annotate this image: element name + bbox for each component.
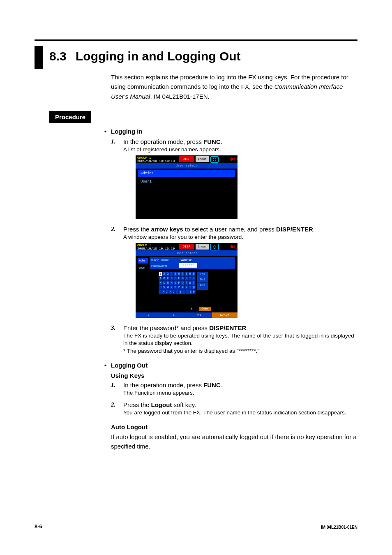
kbd-row: KLMNOPQRST [159, 281, 196, 285]
kbd-key: E [173, 276, 177, 281]
ins-button: Ins [197, 272, 208, 277]
kbd-key: B [162, 276, 166, 281]
kbd-key: S [188, 281, 192, 285]
logging-in-heading: Logging In [111, 127, 357, 136]
shot-datetime: 2005/10/10 10:10:10 [137, 159, 175, 163]
logging-out-section: Logging Out Using Keys 1. In the operati… [111, 361, 357, 451]
kbd-key: P [192, 290, 196, 294]
step-text: In the operation mode, press [123, 382, 203, 388]
step-key: FUNC [203, 138, 221, 145]
kbd-key: Q [181, 281, 184, 285]
step-text-end: soft key. [172, 401, 196, 408]
kbd-key: U [159, 285, 162, 290]
side-selected: Adm [138, 258, 148, 264]
kbd-key: P [177, 281, 181, 285]
kbd-key: T [192, 281, 196, 285]
intro-paragraph: This section explains the procedure to l… [111, 72, 357, 101]
kbd-key: 0 [192, 272, 196, 276]
logout-step-1: 1. In the operation mode, press FUNC. Th… [123, 381, 357, 397]
kbd-key: O [173, 281, 177, 285]
kbd-bottom-buttons: A Over [185, 307, 211, 312]
login-step-3: 3. Enter the password* and press DISP/EN… [123, 324, 357, 356]
kbd-key: R [184, 281, 188, 285]
kbd-key: - [159, 290, 162, 294]
procedure-label: Procedure [49, 111, 91, 123]
right-arrow-icon: ► [173, 313, 175, 317]
login-step-2: 2. Press the arrow keys to select a user… [123, 225, 357, 318]
step-text: In the operation mode, press [123, 138, 203, 145]
speaker-icon: ●)) [230, 156, 236, 162]
step-number: 1. [111, 381, 115, 389]
kbd-key: ) [179, 290, 182, 294]
kbd-key: S [189, 290, 192, 294]
kbd-key: J [192, 276, 196, 281]
tick-label: 1hour [196, 156, 209, 162]
chapter-bar [35, 46, 43, 69]
step-text: to select a user name, and press [183, 226, 276, 233]
step-key: Logout [151, 401, 172, 408]
document-code: IM 04L21B01-01EN [321, 525, 357, 530]
camera-icon [210, 156, 219, 163]
kbd-key: + [162, 290, 165, 294]
step-subtext: A list of registered user names appears. [123, 146, 357, 154]
shot-datetime: 2005/10/10 10:10:10 [137, 247, 175, 250]
kbd-key [186, 290, 189, 294]
left-arrow-icon: ◄ [148, 313, 150, 317]
side-row: Use [138, 265, 148, 271]
kbd-key: M [166, 281, 170, 285]
step-text: Press the [123, 401, 151, 408]
kbd-key: D [170, 276, 173, 281]
camera-icon [210, 244, 219, 250]
kbd-key: L [162, 281, 166, 285]
step-key: DISP/ENTER [209, 324, 246, 331]
logging-out-heading: Logging Out [111, 361, 357, 370]
step-number: 2. [111, 225, 115, 234]
step-text-end: . [246, 324, 248, 331]
kbd-key: Y [173, 285, 177, 290]
step-key: arrow keys [151, 226, 183, 233]
step-text: Enter the password* and press [123, 324, 209, 331]
logging-in-section: Logging In 1. In the operation mode, pre… [111, 127, 357, 355]
shot-status-bar: GROUP 1 2005/10/10 10:10:10 DISP 1hour ●… [136, 243, 238, 250]
speaker-icon: ●)) [230, 244, 236, 250]
kbd-key: . [172, 290, 175, 294]
shot-titlebar: User select [136, 163, 238, 169]
kbd-side-buttons: Ins Del ENT [197, 272, 208, 290]
kbd-key: @ [192, 285, 196, 290]
kbd-key: Z [177, 285, 181, 290]
chapter-title: Logging in and Logging Out [76, 48, 241, 65]
kbd-key: * [188, 285, 192, 290]
screenshot-user-select: GROUP 1 2005/10/10 10:10:10 DISP 1hour ●… [136, 155, 238, 219]
shot-selected-row: Admin1 [138, 170, 235, 177]
password-panel: User name :Admin1 Password ****** [150, 257, 235, 269]
using-keys-subhead: Using Keys [111, 371, 357, 380]
kbd-key: 8 [184, 272, 188, 276]
kbd-key: ( [175, 290, 179, 294]
kbd-key: 3 [166, 272, 170, 276]
kbd-key: N [170, 281, 173, 285]
kbd-key: X [170, 285, 173, 290]
shot-titlebar: User select [136, 250, 238, 256]
step-subtext: You are logged out from the FX. The user… [123, 409, 357, 417]
kbd-row: 1234567890 [159, 272, 196, 276]
kbd-key: 9 [188, 272, 192, 276]
step-text-end: . [221, 138, 222, 145]
mode-a-button: A [185, 307, 198, 312]
kbd-key: A [159, 276, 162, 281]
disp-badge-icon: DISP [179, 156, 194, 162]
kbd-key: 7 [181, 272, 184, 276]
step-footnote: * The password that you enter is display… [123, 347, 357, 355]
kbd-key: K [159, 281, 162, 285]
step-text-end: . [313, 226, 315, 233]
kbd-key: 6 [177, 272, 181, 276]
kbd-key: 5 [173, 272, 177, 276]
screenshot-password-entry: GROUP 1 2005/10/10 10:10:10 DISP 1hour ●… [136, 243, 238, 318]
page-number: 8-6 [35, 523, 42, 530]
kbd-key: V [162, 285, 166, 290]
step-number: 2. [111, 400, 115, 409]
step-key: FUNC [203, 382, 221, 388]
step-subtext: A window appears for you to enter the pa… [123, 234, 357, 241]
kbd-key: F [177, 276, 181, 281]
disp-badge-icon: DISP [179, 244, 194, 250]
kbd-key: # [181, 285, 184, 290]
